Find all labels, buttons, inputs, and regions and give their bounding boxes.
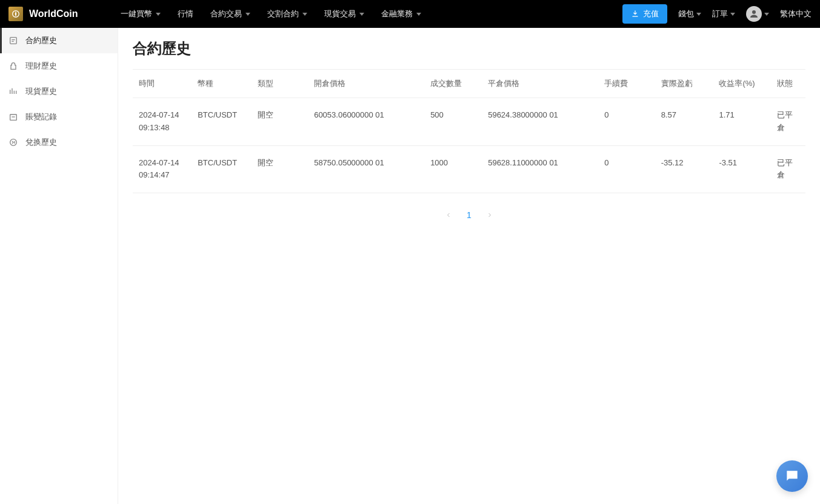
caret-down-icon: [730, 13, 735, 16]
cell-status: 已平倉: [771, 98, 805, 146]
cell-symbol: BTC/USDT: [192, 98, 252, 146]
th-time: 時間: [133, 70, 192, 98]
account-change-icon: [8, 112, 18, 122]
nav-item[interactable]: 金融業務: [381, 8, 421, 19]
nav-item-label: 合約交易: [210, 8, 242, 19]
th-type: 類型: [252, 70, 308, 98]
chevron-left-icon: [445, 211, 452, 219]
deposit-button[interactable]: 充值: [622, 4, 667, 24]
exchange-history-icon: [8, 138, 18, 147]
caret-down-icon: [764, 13, 769, 16]
cell-pnl: -35.12: [655, 145, 713, 193]
svg-rect-2: [10, 38, 17, 44]
cell-pnl: 8.57: [655, 98, 713, 146]
sidebar-item-label: 賬變記錄: [25, 111, 57, 122]
table-row: 2024-07-14 09:14:47BTC/USDT開空58750.05000…: [133, 145, 805, 193]
cell-time: 2024-07-14 09:13:48: [133, 98, 192, 146]
chat-widget[interactable]: [776, 460, 808, 492]
table-header-row: 時間 幣種 類型 開倉價格 成交數量 平倉價格 手續費 實際盈虧 收益率(%) …: [133, 70, 805, 98]
wallet-link[interactable]: 錢包: [678, 8, 701, 19]
page-title: 合約歷史: [133, 39, 805, 58]
history-table: 時間 幣種 類型 開倉價格 成交數量 平倉價格 手續費 實際盈虧 收益率(%) …: [133, 70, 805, 193]
cell-fee: 0: [598, 145, 655, 193]
sidebar-item-label: 現貨歷史: [25, 86, 57, 97]
th-rate: 收益率(%): [713, 70, 770, 98]
th-fee: 手續費: [598, 70, 655, 98]
header-right: 充值 錢包 訂單 繁体中文: [622, 4, 812, 24]
main-content: 合約歷史 時間 幣種 類型 開倉價格 成交數量 平倉價格 手續費 實際盈虧 收益…: [118, 28, 820, 504]
sidebar-item[interactable]: 理財歷史: [0, 53, 118, 79]
cell-open_price: 60053.06000000 01: [308, 98, 424, 146]
caret-down-icon: [416, 13, 421, 16]
brand-icon: [8, 7, 23, 21]
caret-down-icon: [302, 13, 307, 16]
cell-status: 已平倉: [771, 145, 805, 193]
nav-item[interactable]: 交割合約: [267, 8, 307, 19]
sidebar-item-label: 兌换歷史: [25, 137, 57, 148]
download-icon: [631, 10, 639, 18]
caret-down-icon: [696, 13, 701, 16]
sidebar-item[interactable]: 兌换歷史: [0, 130, 118, 155]
layout: 合約歷史理財歷史現貨歷史賬變記錄兌换歷史 合約歷史 時間 幣種 類型 開倉價格 …: [0, 28, 820, 504]
nav-item[interactable]: 合約交易: [210, 8, 250, 19]
nav-item[interactable]: 一鍵買幣: [121, 8, 161, 19]
chevron-right-icon: [486, 211, 493, 219]
cell-type: 開空: [252, 145, 308, 193]
cell-type: 開空: [252, 98, 308, 146]
cell-time: 2024-07-14 09:14:47: [133, 145, 192, 193]
caret-down-icon: [156, 13, 161, 16]
pagination: 1: [133, 193, 805, 237]
sidebar-item[interactable]: 合約歷史: [0, 28, 118, 53]
nav-item[interactable]: 現貨交易: [324, 8, 364, 19]
language-switcher[interactable]: 繁体中文: [780, 8, 812, 19]
sidebar-item-label: 理財歷史: [25, 61, 57, 71]
cell-symbol: BTC/USDT: [192, 145, 252, 193]
cell-rate: 1.71: [713, 98, 770, 146]
sidebar-item[interactable]: 賬變記錄: [0, 104, 118, 130]
svg-point-1: [752, 10, 756, 14]
contract-history-icon: [8, 36, 18, 45]
avatar-icon: [746, 6, 762, 22]
table-row: 2024-07-14 09:13:48BTC/USDT開空60053.06000…: [133, 98, 805, 146]
page-prev[interactable]: [442, 209, 455, 221]
nav-item[interactable]: 行情: [178, 8, 193, 19]
caret-down-icon: [359, 13, 364, 16]
finance-history-icon: [8, 61, 18, 71]
sidebar: 合約歷史理財歷史現貨歷史賬變記錄兌换歷史: [0, 28, 118, 504]
chat-icon: [784, 468, 800, 484]
nav-item-label: 行情: [178, 8, 193, 19]
orders-label: 訂單: [712, 8, 728, 19]
page-number[interactable]: 1: [462, 208, 476, 222]
cell-close_price: 59628.11000000 01: [482, 145, 598, 193]
caret-down-icon: [245, 13, 250, 16]
cell-close_price: 59624.38000000 01: [482, 98, 598, 146]
th-symbol: 幣種: [192, 70, 252, 98]
nav-item-label: 現貨交易: [324, 8, 356, 19]
brand-area[interactable]: WorldCoin: [8, 7, 78, 21]
nav-item-label: 交割合約: [267, 8, 299, 19]
cell-quantity: 1000: [424, 145, 482, 193]
main-nav: 一鍵買幣行情合約交易交割合約現貨交易金融業務: [121, 8, 622, 19]
nav-item-label: 金融業務: [381, 8, 413, 19]
cell-fee: 0: [598, 98, 655, 146]
table-container: 時間 幣種 類型 開倉價格 成交數量 平倉價格 手續費 實際盈虧 收益率(%) …: [133, 69, 805, 193]
account-menu[interactable]: [746, 6, 769, 22]
cell-quantity: 500: [424, 98, 482, 146]
lang-label: 繁体中文: [780, 8, 812, 19]
brand-text: WorldCoin: [29, 8, 78, 19]
spot-history-icon: [8, 87, 18, 96]
th-open-price: 開倉價格: [308, 70, 424, 98]
orders-link[interactable]: 訂單: [712, 8, 735, 19]
deposit-label: 充值: [643, 8, 659, 19]
sidebar-item[interactable]: 現貨歷史: [0, 79, 118, 104]
th-close-price: 平倉價格: [482, 70, 598, 98]
page-next[interactable]: [484, 209, 496, 221]
cell-open_price: 58750.05000000 01: [308, 145, 424, 193]
th-pnl: 實際盈虧: [655, 70, 713, 98]
top-header: WorldCoin 一鍵買幣行情合約交易交割合約現貨交易金融業務 充值 錢包 訂…: [0, 0, 820, 28]
wallet-label: 錢包: [678, 8, 694, 19]
nav-item-label: 一鍵買幣: [121, 8, 152, 19]
sidebar-item-label: 合約歷史: [25, 35, 57, 46]
th-quantity: 成交數量: [424, 70, 482, 98]
cell-rate: -3.51: [713, 145, 770, 193]
